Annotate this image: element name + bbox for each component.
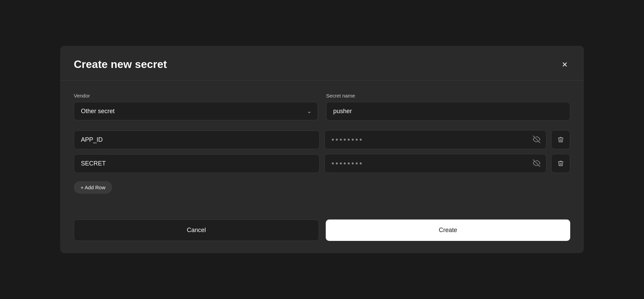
delete-row-button-1[interactable] xyxy=(551,130,570,149)
toggle-visibility-button-2[interactable] xyxy=(531,158,542,169)
eye-slash-icon xyxy=(533,159,540,167)
top-form-row: Vendor Other secret AWS GCP Azure GitHub… xyxy=(74,93,570,121)
delete-row-button-2[interactable] xyxy=(551,154,570,173)
vendor-select[interactable]: Other secret AWS GCP Azure GitHub Stripe xyxy=(74,102,318,120)
eye-slash-icon xyxy=(533,136,540,143)
trash-icon xyxy=(557,160,564,167)
secret-name-group: Secret name xyxy=(326,93,570,121)
toggle-visibility-button-1[interactable] xyxy=(531,134,542,145)
vendor-label: Vendor xyxy=(74,93,318,99)
secret-name-input[interactable] xyxy=(326,102,570,121)
value-wrapper-1 xyxy=(324,130,546,149)
value-input-2[interactable] xyxy=(324,154,546,173)
modal-header: Create new secret × xyxy=(60,46,584,81)
create-secret-modal: Create new secret × Vendor Other secret … xyxy=(60,46,584,253)
close-button[interactable]: × xyxy=(559,58,570,71)
trash-icon xyxy=(557,136,564,143)
modal-body: Vendor Other secret AWS GCP Azure GitHub… xyxy=(60,81,584,219)
key-input-1[interactable] xyxy=(74,130,320,149)
secret-name-label: Secret name xyxy=(326,93,570,99)
cancel-button[interactable]: Cancel xyxy=(74,219,319,241)
table-row xyxy=(74,130,570,149)
value-wrapper-2 xyxy=(324,154,546,173)
vendor-select-wrapper: Other secret AWS GCP Azure GitHub Stripe… xyxy=(74,102,318,120)
table-row xyxy=(74,154,570,173)
vendor-group: Vendor Other secret AWS GCP Azure GitHub… xyxy=(74,93,318,121)
modal-title: Create new secret xyxy=(74,58,167,71)
key-value-rows xyxy=(74,130,570,173)
value-input-1[interactable] xyxy=(324,130,546,149)
add-row-button[interactable]: + Add Row xyxy=(74,181,112,194)
key-input-2[interactable] xyxy=(74,154,320,173)
create-button[interactable]: Create xyxy=(326,219,570,241)
modal-footer: Cancel Create xyxy=(60,219,584,253)
